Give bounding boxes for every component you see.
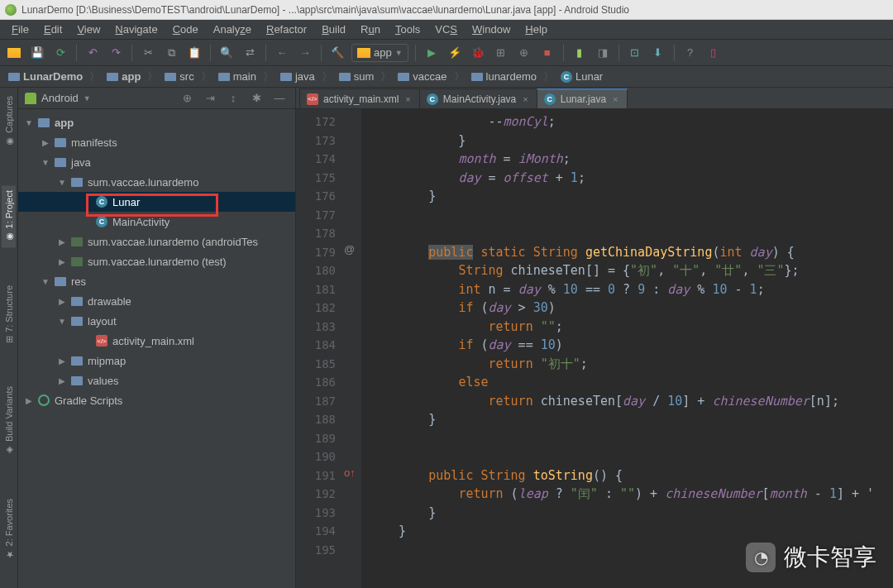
menu-refactor[interactable]: Refactor: [260, 22, 313, 37]
project-structure-button[interactable]: ⊡: [626, 44, 644, 62]
crumb-project[interactable]: LunarDemo: [5, 69, 86, 84]
menu-build[interactable]: Build: [315, 22, 352, 37]
autoscroll-icon[interactable]: ↕: [224, 89, 242, 108]
tree-node-package-test[interactable]: sum.vaccae.lunardemo (test): [18, 251, 295, 271]
tool-tab-favorites[interactable]: ★ 2: Favorites: [2, 494, 16, 565]
apply-changes-button[interactable]: ⚡: [446, 44, 464, 62]
cut-button[interactable]: ✂: [139, 44, 157, 62]
menu-window[interactable]: Window: [466, 22, 517, 37]
menu-help[interactable]: Help: [518, 22, 554, 37]
chevron-down-icon: ▼: [84, 94, 91, 103]
file-tab-label: activity_main.xml: [323, 93, 399, 105]
crumb-app[interactable]: app: [103, 69, 144, 84]
tree-label: values: [88, 375, 119, 387]
make-button[interactable]: 🔨: [328, 44, 346, 62]
crumb-vaccae[interactable]: vaccae: [394, 69, 450, 84]
project-view-select[interactable]: Android: [41, 92, 79, 104]
sdk-manager-button[interactable]: ⬇: [649, 44, 667, 62]
file-tab-lunar[interactable]: C Lunar.java ×: [537, 88, 628, 108]
close-icon[interactable]: ×: [611, 94, 619, 104]
project-panel-header: Android ▼ ⊕ ⇥ ↕ ✱ —: [18, 88, 295, 109]
tree-node-drawable[interactable]: drawable: [18, 291, 295, 311]
help-button[interactable]: ?: [681, 44, 700, 62]
back-button[interactable]: ←: [273, 44, 291, 62]
toolbar-separator: [321, 45, 322, 61]
menu-vcs[interactable]: VCS: [428, 22, 464, 37]
window-title: LunarDemo [D:\Business\DemoTEST\android\…: [21, 4, 629, 16]
tool-tab-build-variants[interactable]: ◈ Build Variants: [2, 381, 16, 461]
copy-button[interactable]: ⧉: [162, 44, 180, 62]
crumb-chevron-icon: 〉: [199, 69, 213, 84]
menu-edit[interactable]: Edit: [37, 22, 69, 37]
menu-file[interactable]: File: [5, 22, 36, 37]
watermark: ◔ 微卡智享: [746, 542, 876, 573]
crumb-lunardemo[interactable]: lunardemo: [468, 69, 540, 84]
run-configuration-select[interactable]: app ▼: [351, 44, 408, 62]
toolbar-separator: [131, 45, 132, 61]
folder-icon: [71, 356, 83, 366]
tree-label: sum.vaccae.lunardemo (test): [88, 256, 227, 268]
menu-navigate[interactable]: Navigate: [108, 22, 164, 37]
paste-button[interactable]: 📋: [185, 44, 203, 62]
device-button[interactable]: ▯: [704, 44, 723, 62]
tree-node-package-atest[interactable]: sum.vaccae.lunardemo (androidTes: [18, 232, 295, 251]
undo-button[interactable]: ↶: [84, 44, 102, 62]
forward-button[interactable]: →: [296, 44, 314, 62]
tree-node-package-main[interactable]: sum.vaccae.lunardemo: [18, 172, 295, 192]
menu-analyze[interactable]: Analyze: [207, 22, 258, 37]
menu-view[interactable]: View: [70, 22, 107, 37]
open-button[interactable]: [5, 44, 23, 62]
tree-node-activity-main-xml[interactable]: </>activity_main.xml: [18, 331, 295, 351]
scroll-from-source-icon[interactable]: ⊕: [178, 89, 196, 108]
sync-button[interactable]: ⟳: [51, 44, 69, 62]
crumb-src[interactable]: src: [161, 69, 197, 84]
menu-code[interactable]: Code: [166, 22, 205, 37]
gutter-marks[interactable]: @o↑: [344, 109, 362, 588]
menu-tools[interactable]: Tools: [389, 22, 427, 37]
code-editor[interactable]: --monCyl; } month = iMonth; day = offset…: [362, 109, 893, 588]
redo-button[interactable]: ↷: [107, 44, 125, 62]
find-button[interactable]: 🔍: [217, 44, 236, 62]
tree-node-gradle-scripts[interactable]: Gradle Scripts: [18, 390, 295, 410]
android-icon: [25, 93, 36, 104]
stop-button[interactable]: ■: [538, 44, 556, 62]
tool-tab-captures[interactable]: ◉ Captures: [2, 91, 16, 152]
window-titlebar: LunarDemo [D:\Business\DemoTEST\android\…: [0, 0, 893, 20]
crumb-java[interactable]: java: [277, 69, 318, 84]
tool-tab-project[interactable]: ◉ 1: Project: [2, 185, 16, 247]
run-button[interactable]: ▶: [423, 44, 441, 62]
replace-button[interactable]: ⇄: [241, 44, 259, 62]
crumb-main[interactable]: main: [215, 69, 260, 84]
tree-node-layout[interactable]: layout: [18, 311, 295, 331]
collapse-all-icon[interactable]: ⇥: [201, 89, 219, 108]
save-button[interactable]: 💾: [28, 44, 46, 62]
wechat-icon: ◔: [746, 543, 776, 572]
tree-node-java[interactable]: java: [18, 152, 295, 172]
main-toolbar: 💾 ⟳ ↶ ↷ ✂ ⧉ 📋 🔍 ⇄ ← → 🔨 app ▼ ▶ ⚡ 🐞 ⊞ ⊕ …: [0, 40, 893, 66]
attach-debugger-button[interactable]: ⊕: [515, 44, 533, 62]
tool-tab-structure[interactable]: ⊞ 7: Structure: [2, 280, 16, 348]
crumb-chevron-icon: 〉: [542, 69, 556, 84]
layout-inspector-button[interactable]: ◨: [594, 44, 612, 62]
menu-run[interactable]: Run: [354, 22, 387, 37]
tree-node-res[interactable]: res: [18, 271, 295, 291]
crumb-sum[interactable]: sum: [336, 69, 378, 84]
file-tab-mainactivity[interactable]: C MainActivity.java ×: [419, 88, 537, 108]
line-number-gutter[interactable]: 172 173 174 175 176 177 178 179 180 181 …: [296, 109, 344, 588]
project-tree[interactable]: app manifests java sum.vaccae.lunardemo …: [18, 109, 295, 588]
close-icon[interactable]: ×: [521, 94, 529, 104]
tree-node-mipmap[interactable]: mipmap: [18, 351, 295, 370]
crumb-label: Lunar: [575, 70, 603, 83]
tree-node-manifests[interactable]: manifests: [18, 132, 295, 152]
hide-icon[interactable]: —: [270, 89, 289, 108]
toolbar-separator: [76, 45, 77, 61]
file-tab-activity-main[interactable]: </> activity_main.xml ×: [299, 88, 420, 108]
profile-button[interactable]: ⊞: [492, 44, 510, 62]
tree-node-values[interactable]: values: [18, 370, 295, 390]
close-icon[interactable]: ×: [404, 94, 412, 104]
settings-icon[interactable]: ✱: [247, 89, 265, 108]
avd-manager-button[interactable]: ▮: [571, 44, 589, 62]
tree-node-app[interactable]: app: [18, 112, 295, 132]
crumb-lunar[interactable]: CLunar: [557, 69, 606, 84]
debug-button[interactable]: 🐞: [469, 44, 487, 62]
